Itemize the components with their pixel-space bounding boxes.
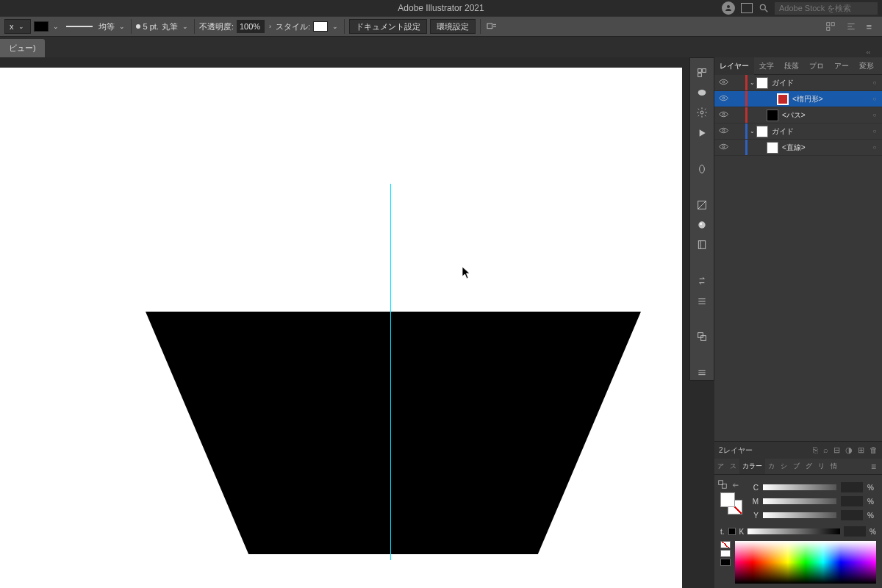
layer-row[interactable]: <パス>○: [714, 107, 882, 123]
panel-menu-icon[interactable]: ≡: [866, 21, 872, 32]
make-mask-icon[interactable]: ◑: [845, 445, 853, 455]
layer-thumbnail: [767, 110, 778, 121]
swap-icon[interactable]: [695, 274, 709, 288]
percent-label: %: [867, 484, 876, 492]
library-icon[interactable]: [695, 238, 709, 252]
c-value-input[interactable]: [841, 482, 863, 492]
target-ring-icon[interactable]: ○: [867, 144, 882, 151]
stock-search-input[interactable]: [775, 2, 878, 15]
unit-field[interactable]: x⌄: [4, 19, 31, 34]
fill-color-swatch[interactable]: [720, 492, 735, 507]
layer-row[interactable]: <楕円形>○: [714, 91, 882, 107]
document-setup-button[interactable]: ドキュメント設定: [349, 19, 427, 34]
document-tab[interactable]: ビュー): [0, 39, 45, 57]
color-tab-1[interactable]: ス: [727, 459, 739, 474]
new-sublayer-icon[interactable]: ⊟: [833, 445, 840, 455]
none-color-icon[interactable]: [720, 541, 731, 548]
layer-row[interactable]: ⌄ガイド○: [714, 75, 882, 91]
opacity-input[interactable]: [237, 20, 265, 33]
white-swatch-icon[interactable]: [720, 550, 731, 557]
layer-row[interactable]: ⌄ガイド○: [714, 123, 882, 140]
chevron-down-icon[interactable]: ⌄: [17, 23, 26, 30]
search-layer-icon[interactable]: ⌕: [823, 445, 828, 455]
black-swatch-icon[interactable]: [728, 528, 736, 535]
color-tab-6[interactable]: グ: [803, 459, 815, 474]
artboard[interactable]: [0, 68, 682, 588]
delete-layer-icon[interactable]: 🗑: [870, 445, 878, 455]
y-value-input[interactable]: [841, 510, 863, 520]
pathfinder-icon[interactable]: [695, 330, 709, 344]
target-ring-icon[interactable]: ○: [867, 96, 882, 102]
color-tab-4[interactable]: シ: [778, 459, 790, 474]
type-color-icon[interactable]: t.: [720, 528, 725, 536]
account-avatar-icon[interactable]: [722, 1, 735, 15]
vertical-guide[interactable]: [390, 184, 391, 560]
m-slider[interactable]: [763, 498, 836, 504]
fill-stroke-swap-icon[interactable]: [717, 479, 728, 490]
oval-tool-icon[interactable]: [695, 85, 709, 99]
grid-snap-icon[interactable]: [825, 21, 836, 32]
layer-row[interactable]: <直線>○: [714, 140, 882, 156]
fill-swatch[interactable]: [34, 21, 49, 32]
layers-side-icon[interactable]: [695, 294, 709, 308]
align-icon[interactable]: [845, 21, 857, 32]
sphere-icon[interactable]: [695, 218, 709, 232]
chevron-down-icon[interactable]: ⌄: [51, 23, 60, 30]
visibility-eye-icon[interactable]: [714, 127, 732, 135]
menu-lines-icon[interactable]: [695, 366, 709, 380]
expand-toggle-icon[interactable]: ⌄: [747, 128, 756, 135]
svg-rect-4: [827, 23, 830, 26]
color-tab-7[interactable]: リ: [815, 459, 828, 474]
title-bar: Adobe Illustrator 2021: [0, 0, 882, 16]
arrange-windows-icon[interactable]: [741, 3, 753, 13]
isolation-icon[interactable]: [485, 21, 498, 32]
chevron-right-icon[interactable]: ›: [268, 23, 273, 30]
m-value-input[interactable]: [841, 496, 863, 506]
k-slider[interactable]: [747, 528, 840, 534]
black-swatch-icon[interactable]: [720, 559, 731, 566]
layers-panel-tabs: レイヤー文字段落プロアー変形≡: [714, 57, 882, 75]
trapezoid-shape[interactable]: [146, 312, 641, 554]
visibility-eye-icon[interactable]: [714, 79, 732, 87]
color-spectrum[interactable]: [735, 541, 876, 584]
visibility-eye-icon[interactable]: [714, 95, 732, 103]
preferences-button[interactable]: 環境設定: [430, 19, 476, 34]
chevron-down-icon[interactable]: ⌄: [331, 23, 340, 30]
visibility-eye-icon[interactable]: [714, 111, 732, 119]
color-tab-5[interactable]: ブ: [790, 459, 803, 474]
target-ring-icon[interactable]: ○: [867, 112, 882, 118]
play-icon[interactable]: [695, 126, 709, 140]
color-panel-menu-icon[interactable]: ≡: [865, 462, 882, 472]
layers-panel-menu-icon[interactable]: ≡: [879, 61, 882, 71]
ellipse-outline-icon[interactable]: [695, 162, 709, 176]
svg-point-15: [700, 165, 705, 173]
swap-arrow-icon[interactable]: [731, 479, 741, 490]
layers-tab-1[interactable]: 文字: [754, 57, 779, 75]
y-slider[interactable]: [763, 512, 836, 518]
color-tab-8[interactable]: 情: [828, 459, 840, 474]
k-value-input[interactable]: [844, 526, 866, 537]
collapse-panels-icon[interactable]: ‹‹: [714, 49, 882, 57]
layers-tab-2[interactable]: 段落: [779, 57, 804, 75]
locate-layer-icon[interactable]: ⎘: [813, 445, 818, 455]
gear-icon[interactable]: [695, 106, 709, 120]
svg-point-30: [723, 81, 725, 83]
visibility-eye-icon[interactable]: [714, 143, 732, 151]
new-layer-icon[interactable]: ⊞: [858, 445, 864, 455]
color-tab-0[interactable]: ア: [714, 459, 727, 474]
layers-tab-4[interactable]: アー: [829, 57, 854, 75]
chevron-down-icon[interactable]: ⌄: [181, 23, 190, 30]
layers-tab-5[interactable]: 変形: [854, 57, 879, 75]
style-swatch[interactable]: [313, 21, 328, 32]
expand-toggle-icon[interactable]: ⌄: [747, 79, 756, 86]
color-tab-2[interactable]: カラー: [739, 459, 765, 474]
color-tab-3[interactable]: カ: [765, 459, 778, 474]
c-slider[interactable]: [763, 484, 836, 490]
chevron-down-icon[interactable]: ⌄: [118, 23, 126, 30]
target-ring-icon[interactable]: ○: [867, 128, 882, 135]
layers-tab-0[interactable]: レイヤー: [714, 57, 754, 75]
gradient-icon[interactable]: [695, 198, 709, 212]
layers-tab-3[interactable]: プロ: [804, 57, 829, 75]
properties-icon[interactable]: [695, 65, 709, 79]
target-ring-icon[interactable]: ○: [867, 79, 882, 86]
